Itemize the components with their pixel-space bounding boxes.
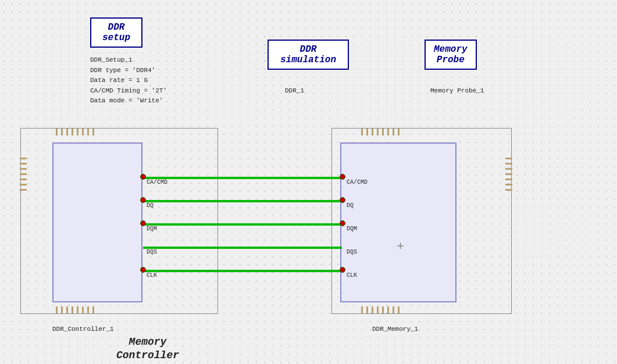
port-label-left-clk: CLK — [147, 272, 157, 279]
ddr-sim-label-line1: DDR — [280, 44, 336, 55]
port-dot-left-dq — [140, 197, 146, 203]
ddr-simulation-box: DDR simulation — [268, 40, 349, 70]
port-dot-left-dqm — [140, 220, 146, 226]
ddr-setup-info-1: Data rate = 1 G — [90, 76, 167, 86]
port-label-left-dq: DQ — [147, 202, 154, 209]
memory-inner-block: Memory + — [340, 142, 456, 302]
port-label-right-cacmd: CA/CMD — [347, 179, 368, 185]
ddr-setup-instance: DDR_Setup_1 — [90, 55, 167, 66]
diagram-container: DDR setup DDR_Setup_1 DDR type = 'DDR4' … — [0, 0, 617, 364]
port-dot-right-dq — [340, 197, 345, 203]
memory-probe-label-line1: Memory — [434, 44, 468, 55]
cacmd-wire — [143, 177, 342, 179]
port-label-left-dqm: DQM — [147, 226, 157, 232]
memory-probe-instance: Memory Probe_1 — [430, 87, 484, 94]
controller-label-line1: Memory — [129, 336, 167, 348]
ddr-sim-instance: DDR_1 — [285, 87, 304, 94]
port-dot-left-cacmd — [140, 174, 146, 180]
ddr-setup-info-2: CA/CMD Timing = '2T' — [90, 86, 167, 97]
dq-wire — [143, 200, 342, 202]
memory-probe-box: Memory Probe — [425, 40, 477, 70]
port-label-right-clk: CLK — [347, 272, 357, 279]
port-dot-right-clk — [340, 267, 345, 273]
controller-bottom-hatch — [56, 306, 172, 315]
memory-probe-label-line2: Probe — [434, 55, 468, 65]
dqm-wire — [143, 223, 342, 226]
controller-top-hatch — [56, 127, 172, 135]
port-label-right-dqs: DQS — [347, 249, 357, 255]
memory-plus-icon: + — [397, 240, 404, 254]
dqs-wire — [143, 247, 342, 249]
memory-bottom-hatch — [361, 306, 477, 315]
port-dot-right-cacmd — [340, 174, 345, 180]
controller-instance-label: DDR_Controller_1 — [52, 326, 114, 333]
memory-top-hatch — [361, 127, 477, 135]
port-dot-left-clk — [140, 267, 146, 273]
port-label-right-dq: DQ — [347, 202, 354, 209]
ddr-setup-info: DDR_Setup_1 DDR type = 'DDR4' Data rate … — [90, 55, 167, 106]
ddr-setup-label-line2: setup — [99, 33, 133, 43]
controller-inner-block: Memory Controller — [52, 142, 142, 302]
controller-left-hatch — [20, 158, 27, 274]
port-label-left-dqs: DQS — [147, 249, 157, 255]
controller-label-line2: Controller — [116, 349, 179, 361]
port-label-right-dqm: DQM — [347, 226, 357, 232]
controller-label: Memory Controller — [116, 336, 179, 363]
clk-wire — [143, 270, 342, 272]
port-label-left-cacmd: CA/CMD — [147, 179, 167, 185]
memory-right-hatch — [505, 158, 512, 274]
ddr-setup-label-line1: DDR — [99, 22, 133, 33]
memory-instance-label: DDR_Memory_1 — [372, 326, 418, 333]
ddr-setup-info-3: Data mode = 'Write' — [90, 96, 167, 106]
port-dot-right-dqm — [340, 220, 345, 226]
ddr-setup-info-0: DDR type = 'DDR4' — [90, 66, 167, 76]
ddr-setup-box: DDR setup — [90, 17, 142, 48]
ddr-sim-label-line2: simulation — [280, 55, 336, 65]
